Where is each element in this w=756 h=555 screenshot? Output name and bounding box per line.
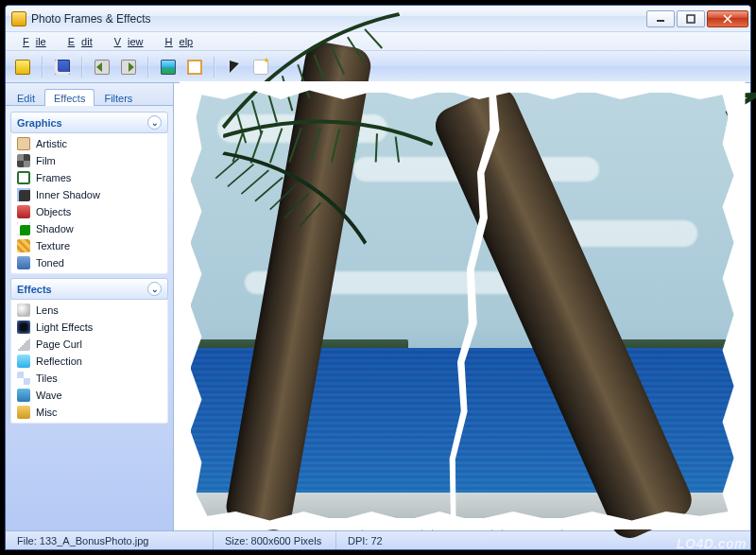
undo-icon [94,60,110,75]
separator [147,57,149,78]
folder-open-icon [15,60,30,75]
tab-edit[interactable]: Edit [8,89,44,106]
status-size: Size: 800x600 Pixels [214,531,336,549]
item-light-effects[interactable]: Light Effects [11,319,167,336]
shadow-icon [17,222,30,235]
panel-head-effects[interactable]: Effects ⌄ [10,278,168,300]
panel-body-effects: Lens Light Effects Page Curl Reflection … [10,300,168,424]
item-frames[interactable]: Frames [11,169,167,186]
frame-button[interactable] [183,56,206,78]
image-button[interactable] [157,56,180,78]
lens-icon [17,304,30,317]
svg-line-22 [215,156,238,181]
item-reflection[interactable]: Reflection [11,353,167,370]
wave-icon [17,389,30,402]
item-tiles[interactable]: Tiles [11,370,167,387]
menu-edit[interactable]: Edit [55,34,99,49]
watermark: LO4D.com [677,536,747,551]
svg-rect-1 [687,15,695,23]
item-texture[interactable]: Texture [11,237,167,254]
save-button[interactable] [51,56,74,78]
item-shadow[interactable]: Shadow [11,220,167,237]
item-film[interactable]: Film [11,152,167,169]
open-button[interactable] [11,56,34,78]
tiles-icon [17,372,30,385]
panel-body-graphics: Artistic Film Frames Inner Shadow Object… [10,133,168,274]
frames-icon [17,171,30,184]
canvas[interactable] [174,83,750,528]
misc-icon [17,406,30,419]
reflection-icon [17,355,30,368]
item-toned[interactable]: Toned [11,254,167,271]
panel-title: Graphics [17,117,62,129]
tab-effects[interactable]: Effects [44,89,94,106]
svg-line-17 [311,127,321,163]
undo-button[interactable] [91,56,113,78]
item-misc[interactable]: Misc [11,404,167,421]
photo-preview [191,93,734,518]
svg-line-12 [365,26,382,51]
side-tabs: Edit Effects Filters [6,83,173,106]
app-icon [11,11,26,26]
svg-line-9 [313,55,329,86]
svg-line-19 [352,131,358,162]
objects-icon [17,205,30,218]
status-dpi: DPI: 72 [336,531,394,549]
svg-line-18 [332,129,339,163]
texture-icon [17,239,30,252]
page-curl-icon [17,338,30,351]
collapse-icon: ⌄ [147,282,162,296]
inner-shadow-icon [17,188,30,201]
menu-file[interactable]: File [9,34,53,49]
redo-button[interactable] [117,56,140,78]
svg-line-10 [331,46,344,75]
panel-head-graphics[interactable]: Graphics ⌄ [10,112,168,133]
collapse-icon: ⌄ [147,115,162,130]
app-window: Photo Frames & Effects File Edit View He… [5,5,751,550]
film-icon [17,154,30,167]
svg-line-11 [348,36,363,63]
close-button[interactable] [707,10,748,27]
separator [42,57,43,78]
toned-icon [17,256,30,269]
item-page-curl[interactable]: Page Curl [11,336,167,353]
item-inner-shadow[interactable]: Inner Shadow [11,186,167,203]
svg-line-8 [295,64,314,98]
tab-filters[interactable]: Filters [94,89,142,106]
item-artistic[interactable]: Artistic [11,135,167,152]
svg-line-20 [372,133,381,162]
image-icon [161,60,176,75]
svg-line-21 [391,137,403,163]
palette-icon [17,137,30,150]
light-icon [17,321,30,334]
redo-icon [121,60,136,75]
item-wave[interactable]: Wave [11,387,167,404]
minimize-button[interactable] [646,10,675,27]
maximize-button[interactable] [677,10,705,27]
save-icon [55,60,70,75]
svg-line-28 [300,203,320,227]
menu-help[interactable]: Help [152,34,200,49]
menu-view[interactable]: View [101,34,150,49]
svg-line-26 [270,182,297,211]
status-file: File: 133_A_BonusPhoto.jpg [6,531,214,549]
item-lens[interactable]: Lens [11,302,167,319]
side-panel: Edit Effects Filters Graphics ⌄ Artistic… [6,83,174,530]
frame-icon [187,60,202,75]
panel-title: Effects [17,284,52,295]
item-objects[interactable]: Objects [11,203,167,220]
separator [81,57,83,78]
svg-line-27 [284,193,308,219]
